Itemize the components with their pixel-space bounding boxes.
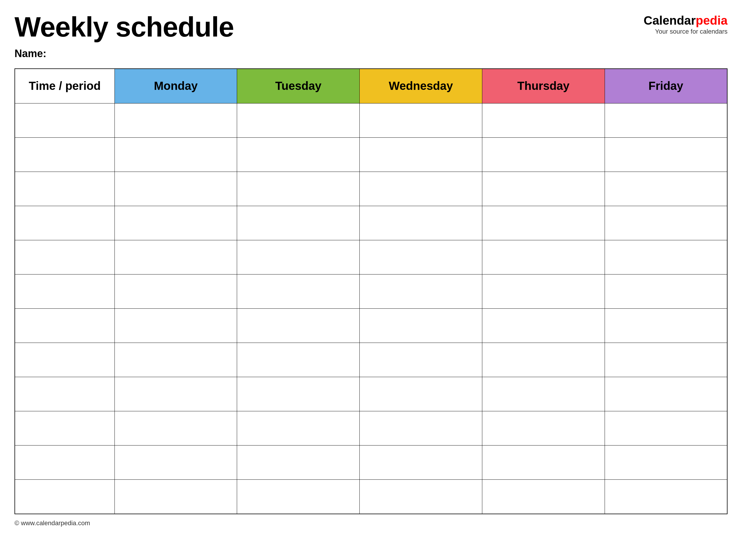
table-cell [237,343,360,377]
table-cell [237,103,360,138]
table-cell [15,206,114,240]
table-cell [15,377,114,411]
col-header-wednesday: Wednesday [360,69,482,103]
table-cell [604,377,727,411]
table-cell [604,480,727,514]
table-cell [604,274,727,309]
table-row [15,446,727,480]
table-cell [604,138,727,172]
table-cell [114,411,237,446]
schedule-body [15,103,727,514]
table-cell [604,446,727,480]
table-cell [114,206,237,240]
logo-suffix: pedia [696,14,728,27]
table-row [15,240,727,274]
table-cell [604,240,727,274]
table-cell [237,377,360,411]
table-cell [360,446,482,480]
table-cell [482,103,604,138]
table-cell [15,240,114,274]
table-cell [114,274,237,309]
page-title: Weekly schedule [14,12,644,42]
table-cell [482,138,604,172]
table-cell [114,480,237,514]
table-row [15,206,727,240]
table-cell [114,446,237,480]
table-cell [604,343,727,377]
logo-prefix: Calendar [644,14,696,27]
table-cell [114,240,237,274]
table-cell [360,103,482,138]
col-header-thursday: Thursday [482,69,604,103]
table-cell [237,274,360,309]
table-cell [237,240,360,274]
table-cell [482,172,604,206]
table-cell [15,343,114,377]
table-cell [604,103,727,138]
table-cell [114,309,237,343]
table-row [15,138,727,172]
table-cell [482,309,604,343]
table-cell [15,309,114,343]
col-header-monday: Monday [114,69,237,103]
table-cell [15,138,114,172]
table-cell [15,446,114,480]
table-cell [114,172,237,206]
name-label: Name: [14,48,644,60]
table-cell [360,480,482,514]
table-cell [114,138,237,172]
table-cell [360,240,482,274]
table-cell [604,206,727,240]
table-row [15,480,727,514]
table-cell [237,309,360,343]
footer-url: © www.calendarpedia.com [14,519,90,527]
table-cell [15,172,114,206]
table-row [15,309,727,343]
table-cell [482,480,604,514]
table-cell [237,206,360,240]
col-header-friday: Friday [604,69,727,103]
table-row [15,274,727,309]
table-cell [360,411,482,446]
table-row [15,411,727,446]
table-cell [114,377,237,411]
table-cell [482,446,604,480]
table-cell [237,446,360,480]
table-cell [360,377,482,411]
logo-tagline: Your source for calendars [644,28,728,35]
table-cell [482,206,604,240]
table-row [15,377,727,411]
page-header: Weekly schedule Name: Calendarpedia Your… [14,12,728,60]
table-cell [360,343,482,377]
table-cell [360,274,482,309]
table-cell [360,206,482,240]
table-cell [237,172,360,206]
col-header-time: Time / period [15,69,114,103]
table-cell [114,343,237,377]
table-cell [237,480,360,514]
logo-block: Calendarpedia Your source for calendars [644,12,728,35]
table-cell [604,172,727,206]
table-cell [604,411,727,446]
table-cell [15,103,114,138]
table-cell [237,411,360,446]
table-cell [360,309,482,343]
table-row [15,103,727,138]
table-cell [15,411,114,446]
table-row [15,172,727,206]
table-cell [482,274,604,309]
table-row [15,343,727,377]
title-block: Weekly schedule Name: [14,12,644,60]
logo-text: Calendarpedia [644,14,728,27]
table-cell [482,411,604,446]
table-cell [604,309,727,343]
header-row: Time / period Monday Tuesday Wednesday T… [15,69,727,103]
table-cell [237,138,360,172]
table-cell [15,274,114,309]
table-cell [114,103,237,138]
table-cell [360,138,482,172]
schedule-table: Time / period Monday Tuesday Wednesday T… [14,68,728,514]
footer: © www.calendarpedia.com [14,519,728,527]
col-header-tuesday: Tuesday [237,69,360,103]
table-cell [15,480,114,514]
